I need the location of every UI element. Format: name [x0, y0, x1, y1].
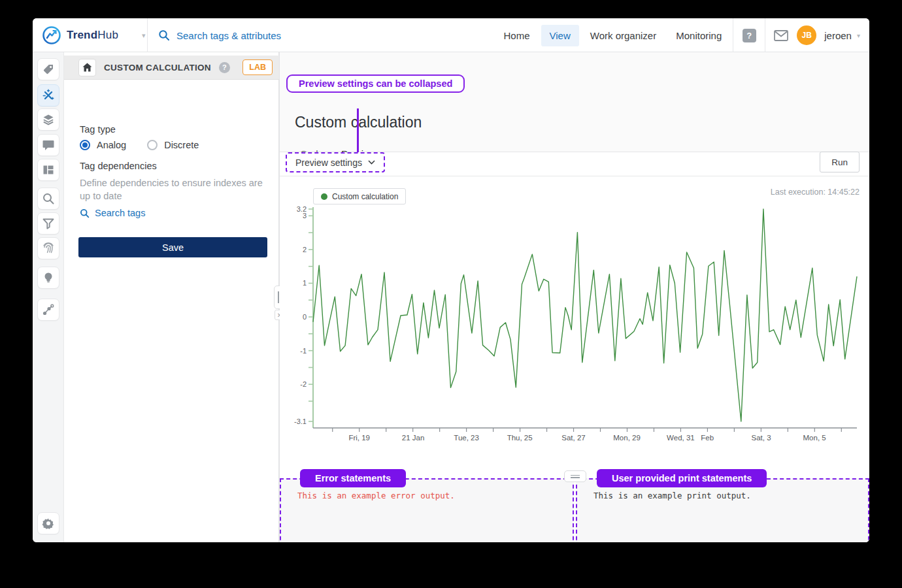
calculation-panel: CUSTOM CALCULATION ? LAB Tag type Analog…	[64, 52, 279, 542]
gear-icon	[42, 517, 55, 530]
svg-text:3: 3	[303, 212, 307, 220]
mail-button[interactable]	[768, 22, 794, 48]
svg-text:-1: -1	[300, 347, 307, 355]
filter-icon	[42, 217, 55, 230]
panel-help-icon[interactable]: ?	[219, 62, 230, 73]
tag-dependencies-help: Define dependencies to ensure indexes ar…	[80, 176, 273, 203]
preview-settings-toggle[interactable]: Preview settings	[286, 152, 385, 172]
chevron-down-icon	[368, 160, 375, 165]
sidebar-item-custom-calculation[interactable]	[37, 84, 59, 106]
svg-text:Fri, 19: Fri, 19	[348, 434, 370, 442]
icon-rail	[33, 52, 64, 542]
line-chart: 3.23210-1-2-3.1Fri, 1921 JanTue, 23Thu, …	[280, 206, 869, 451]
global-search[interactable]: Search tags & attributes	[158, 18, 281, 52]
search-tags-link[interactable]: Search tags	[80, 208, 145, 218]
sidebar-item-dashboard[interactable]	[37, 159, 59, 181]
sidebar-item-filter[interactable]	[37, 212, 59, 235]
main-content: Preview settings can be collapsed Custom…	[280, 52, 869, 542]
radio-analog[interactable]	[80, 140, 90, 150]
print-output: This is an example print output.	[593, 491, 751, 500]
svg-text:1: 1	[303, 279, 307, 287]
tag-icon	[42, 63, 55, 76]
user-menu-caret-icon[interactable]: ▾	[857, 32, 860, 39]
lightbulb-icon	[42, 271, 55, 284]
panel-header: CUSTOM CALCULATION ? LAB	[64, 56, 279, 80]
sidebar-item-settings[interactable]	[37, 512, 59, 534]
search-icon	[42, 192, 55, 205]
last-execution-label: Last execution: 14:45:22	[771, 188, 860, 197]
legend-label: Custom calculation	[332, 192, 398, 201]
svg-text:Wed, 31: Wed, 31	[667, 434, 695, 442]
brand[interactable]: TrendHub ▾	[42, 18, 146, 52]
avatar[interactable]: JB	[797, 25, 816, 45]
preview-toolbar: Preview settings Run	[280, 152, 869, 176]
svg-text:0: 0	[303, 313, 307, 321]
svg-text:-3.1: -3.1	[294, 417, 307, 425]
print-statements-panel: This is an example print output.	[576, 478, 869, 542]
divider	[765, 18, 765, 52]
brand-name: TrendHub	[67, 29, 118, 42]
divider	[733, 18, 733, 52]
legend-dot-icon	[321, 193, 327, 200]
nodes-icon	[42, 303, 55, 316]
error-statements-panel: This is an example error output.	[280, 478, 574, 542]
trendhub-logo-icon	[42, 25, 61, 45]
svg-text:Tue, 23: Tue, 23	[454, 434, 479, 442]
radio-discrete[interactable]	[147, 140, 158, 150]
sidebar-item-tags[interactable]	[37, 58, 59, 80]
run-button[interactable]: Run	[820, 152, 860, 172]
help-button[interactable]: ?	[736, 22, 762, 48]
nav-link-work-organizer[interactable]: Work organizer	[582, 25, 665, 46]
search-icon	[80, 208, 90, 218]
lab-badge: LAB	[242, 59, 273, 75]
svg-text:Mon, 29: Mon, 29	[613, 434, 641, 442]
panel-title: CUSTOM CALCULATION	[104, 63, 211, 73]
main-header: Preview settings can be collapsed Custom…	[280, 52, 869, 152]
tag-type-label: Tag type	[80, 124, 116, 135]
sidebar-item-comments[interactable]	[37, 134, 59, 156]
sidebar-item-recommendations[interactable]	[37, 267, 59, 289]
nav-link-monitoring[interactable]: Monitoring	[667, 25, 730, 46]
radio-analog-label: Analog	[97, 140, 126, 150]
annotation-preview-settings: Preview settings can be collapsed	[286, 74, 465, 93]
radio-discrete-label: Discrete	[164, 140, 199, 150]
save-button[interactable]: Save	[78, 237, 267, 257]
divider	[147, 18, 148, 52]
console-drag-handle[interactable]	[564, 470, 586, 482]
top-navbar: TrendHub ▾ Search tags & attributes Home…	[33, 18, 869, 52]
search-icon	[158, 29, 170, 41]
search-placeholder: Search tags & attributes	[176, 30, 281, 41]
search-tags-label: Search tags	[95, 208, 145, 218]
nav-link-view[interactable]: View	[541, 25, 579, 46]
custom-calculation-icon	[42, 89, 55, 102]
mail-icon	[774, 30, 788, 41]
svg-text:Sat, 27: Sat, 27	[561, 434, 585, 442]
layers-icon	[42, 113, 55, 126]
home-button[interactable]	[78, 59, 96, 76]
sidebar-item-search[interactable]	[37, 188, 59, 210]
chart-section: Last execution: 14:45:22 Custom calculat…	[280, 176, 869, 463]
svg-text:Feb: Feb	[701, 434, 714, 442]
dashboard-icon	[42, 163, 55, 176]
svg-text:21 Jan: 21 Jan	[402, 434, 425, 442]
home-icon	[82, 63, 92, 72]
preview-settings-label: Preview settings	[295, 157, 362, 168]
sidebar-item-layers[interactable]	[37, 108, 59, 131]
tag-dependencies-label: Tag dependencies	[80, 161, 157, 171]
nav-link-home[interactable]: Home	[495, 25, 539, 46]
brand-caret-icon[interactable]: ▾	[142, 31, 146, 40]
chart-legend: Custom calculation	[313, 188, 406, 204]
error-output: This is an example error output.	[297, 491, 455, 500]
comment-icon	[42, 139, 55, 152]
sidebar-item-fingerprint[interactable]	[37, 237, 59, 259]
annotation-error-statements: Error statements	[300, 469, 406, 487]
svg-text:Mon, 5: Mon, 5	[803, 434, 826, 442]
help-icon: ?	[743, 29, 756, 42]
sidebar-item-context-graph[interactable]	[37, 299, 59, 321]
svg-text:-2: -2	[300, 380, 307, 388]
app-window: TrendHub ▾ Search tags & attributes Home…	[33, 18, 869, 542]
svg-text:Sat, 3: Sat, 3	[752, 434, 771, 442]
user-name[interactable]: jeroen	[824, 30, 852, 41]
svg-text:2: 2	[303, 246, 307, 253]
fingerprint-icon	[42, 242, 55, 255]
